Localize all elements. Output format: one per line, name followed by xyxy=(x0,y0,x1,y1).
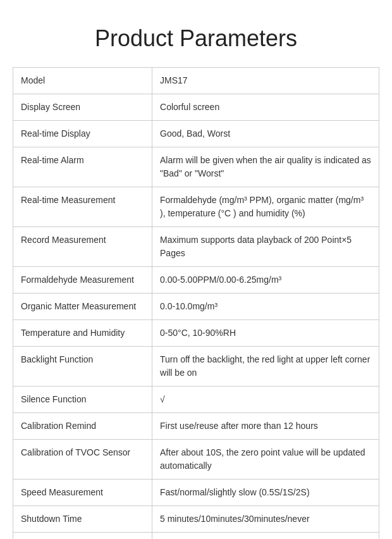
row-value: √ xyxy=(152,387,379,413)
row-label: Temperature and Humidity xyxy=(13,320,152,347)
table-row: Temperature and Humidity0-50°C, 10-90%RH xyxy=(13,320,379,347)
table-row: Real-time MeasurementFormaldehyde (mg/m³… xyxy=(13,187,379,227)
row-value: Turn off the backlight, the red light at… xyxy=(152,347,379,387)
row-value: 0.00-5.00PPM/0.00-6.25mg/m³ xyxy=(152,267,379,294)
row-label: Real-time Measurement xyxy=(13,187,152,227)
row-label: Display Screen xyxy=(13,94,152,121)
table-row: Organic Matter Measurement0.0-10.0mg/m³ xyxy=(13,294,379,320)
row-value: 5 minutes/10minutes/30minutes/never xyxy=(152,506,379,533)
row-value: 0-50°C, 10-90%RH xyxy=(152,320,379,347)
table-row: ModelJMS17 xyxy=(13,68,379,94)
row-label: Real-time Display xyxy=(13,121,152,147)
table-row: TVOC√ xyxy=(13,533,379,540)
table-row: Real-time DisplayGood, Bad, Worst xyxy=(13,121,379,147)
row-label: Real-time Alarm xyxy=(13,147,152,187)
row-label: Shutdown Time xyxy=(13,506,152,533)
table-row: Silence Function√ xyxy=(13,387,379,413)
row-label: Organic Matter Measurement xyxy=(13,294,152,320)
table-row: Backlight FunctionTurn off the backlight… xyxy=(13,347,379,387)
row-value: √ xyxy=(152,533,379,540)
table-row: Formaldehyde Measurement0.00-5.00PPM/0.0… xyxy=(13,267,379,294)
row-label: Calibration of TVOC Sensor xyxy=(13,440,152,480)
row-label: TVOC xyxy=(13,533,152,540)
table-row: Record MeasurementMaximum supports data … xyxy=(13,227,379,267)
row-value: Colorful screen xyxy=(152,94,379,121)
page-title: Product Parameters xyxy=(13,25,379,52)
table-row: Speed MeasurementFast/normal/slightly sl… xyxy=(13,480,379,506)
row-value: After about 10S, the zero point value wi… xyxy=(152,440,379,480)
table-row: Real-time AlarmAlarm will be given when … xyxy=(13,147,379,187)
row-label: Silence Function xyxy=(13,387,152,413)
parameters-table: ModelJMS17Display ScreenColorful screenR… xyxy=(13,67,379,539)
row-label: Model xyxy=(13,68,152,94)
row-value: Maximum supports data playback of 200 Po… xyxy=(152,227,379,267)
table-row: Calibration RemindFirst use/reuse after … xyxy=(13,413,379,440)
row-value: 0.0-10.0mg/m³ xyxy=(152,294,379,320)
row-value: First use/reuse after more than 12 hours xyxy=(152,413,379,440)
table-row: Display ScreenColorful screen xyxy=(13,94,379,121)
row-value: JMS17 xyxy=(152,68,379,94)
row-label: Speed Measurement xyxy=(13,480,152,506)
table-row: Shutdown Time5 minutes/10minutes/30minut… xyxy=(13,506,379,533)
row-label: Backlight Function xyxy=(13,347,152,387)
row-value: Alarm will be given when the air quality… xyxy=(152,147,379,187)
table-row: Calibration of TVOC SensorAfter about 10… xyxy=(13,440,379,480)
row-value: Good, Bad, Worst xyxy=(152,121,379,147)
row-label: Record Measurement xyxy=(13,227,152,267)
row-value: Formaldehyde (mg/m³ PPM), organic matter… xyxy=(152,187,379,227)
row-label: Formaldehyde Measurement xyxy=(13,267,152,294)
row-value: Fast/normal/slightly slow (0.5S/1S/2S) xyxy=(152,480,379,506)
row-label: Calibration Remind xyxy=(13,413,152,440)
